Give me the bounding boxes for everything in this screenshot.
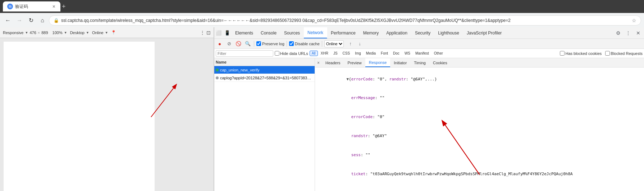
tab-js-profiler[interactable]: JavaScript Profiler xyxy=(463,27,506,38)
json-line-4: randstr: "@6AY" xyxy=(318,126,641,145)
detail-tab-timing[interactable]: Timing xyxy=(410,58,429,67)
toolbar-separator-2 xyxy=(287,41,287,47)
detail-tab-bar: × Headers Preview Response Initiator Tim… xyxy=(315,58,644,67)
has-blocked-checkbox[interactable] xyxy=(560,51,565,56)
request-indicator-1 xyxy=(216,69,219,71)
tab-lighthouse[interactable]: Lighthouse xyxy=(434,27,463,38)
detail-tab-cookies[interactable]: Cookies xyxy=(429,58,451,67)
has-blocked-label[interactable]: Has blocked cookies xyxy=(560,51,602,56)
devtools-icon-inspect[interactable]: ⬜ xyxy=(214,29,223,37)
disable-cache-checkbox-label[interactable]: Disable cache xyxy=(289,41,320,46)
tab-elements[interactable]: Elements xyxy=(232,27,257,38)
tab-memory[interactable]: Memory xyxy=(360,27,383,38)
preserve-log-checkbox[interactable] xyxy=(256,41,261,46)
request-name-2: caplog?appId=20128&27=588&29=&31=5807383… xyxy=(220,76,313,80)
network-main: Name cap_union_new_verify caplog?appId=2… xyxy=(214,58,644,191)
request-item-1[interactable]: cap_union_new_verify xyxy=(214,66,315,74)
location-icon[interactable]: 📍 xyxy=(111,30,116,35)
filter-bar: Hide data URLs All XHR JS CSS Img Media … xyxy=(214,49,644,58)
device-label[interactable]: Desktop xyxy=(70,31,85,35)
devtools-close-icon[interactable]: ✕ xyxy=(634,29,643,37)
devtools-settings-icon[interactable]: ⚙ xyxy=(614,29,622,37)
detail-tab-close[interactable]: × xyxy=(315,58,322,67)
filter-img-button[interactable]: Img xyxy=(353,51,363,56)
lock-icon: 🔒 xyxy=(54,18,59,23)
tab-network[interactable]: Network xyxy=(304,27,327,38)
request-item-2[interactable]: caplog?appId=20128&27=588&29=&31=5807383… xyxy=(214,74,315,82)
json-line-5: sess: "" xyxy=(318,145,641,164)
name-column-header: Name xyxy=(216,60,313,64)
address-bar[interactable]: 🔒 ssl.captcha.qq.com/template/wireless_m… xyxy=(49,15,641,25)
hide-data-urls-label[interactable]: Hide data URLs xyxy=(275,51,308,56)
responsive-chevron[interactable]: ▼ xyxy=(25,31,28,34)
tab-favicon: 验 xyxy=(7,4,13,9)
json-line-6: ticket: "t03aARGuyQek9twqhlh0tIrwbrwPzwH… xyxy=(318,164,641,183)
throttle-select[interactable]: Online xyxy=(324,40,344,47)
webpage-area: Responsive ▼ 476 × 889 100% ▼ Desktop ▼ … xyxy=(0,27,214,191)
toolbar-separator-3 xyxy=(322,41,322,47)
devtools-more-icon[interactable]: ⋮ xyxy=(624,29,632,37)
detail-tab-response[interactable]: Response xyxy=(365,58,390,67)
tab-security[interactable]: Security xyxy=(411,27,434,38)
browser-tab[interactable]: 验 验证码 × xyxy=(3,1,60,11)
tab-close-icon[interactable]: × xyxy=(52,3,56,10)
filter-xhr-button[interactable]: XHR xyxy=(319,51,330,56)
json-line-1: ▼{errorCode: "0", randstr: "@6AY",...} xyxy=(318,70,641,89)
filter-media-button[interactable]: Media xyxy=(364,51,378,56)
filter-other-button[interactable]: Other xyxy=(432,51,445,56)
tab-application[interactable]: Application xyxy=(383,27,411,38)
request-list-header: Name xyxy=(214,58,315,66)
filter-css-button[interactable]: CSS xyxy=(341,51,352,56)
filter-input[interactable] xyxy=(216,50,273,57)
bookmark-icon[interactable]: ☆ xyxy=(632,18,636,23)
export-har-button[interactable]: ↓ xyxy=(356,40,364,48)
blocked-requests-label[interactable]: Blocked Requests xyxy=(605,51,643,56)
zoom-chevron[interactable]: ▼ xyxy=(64,31,67,34)
blocked-requests-checkbox[interactable] xyxy=(605,51,610,56)
filter-manifest-button[interactable]: Manifest xyxy=(413,51,431,56)
more-icon[interactable]: ⋮ xyxy=(200,30,205,36)
back-button[interactable]: ← xyxy=(3,15,13,25)
filter-js-button[interactable]: JS xyxy=(331,51,340,56)
network-chevron[interactable]: ▼ xyxy=(105,31,108,34)
filter-ws-button[interactable]: WS xyxy=(402,51,412,56)
stop-button[interactable]: ⊘ xyxy=(225,40,233,48)
new-tab-button[interactable]: + xyxy=(62,3,66,10)
dock-icon[interactable]: ⊡ xyxy=(206,30,211,36)
detail-tab-preview[interactable]: Preview xyxy=(344,58,365,67)
home-button[interactable]: ⌂ xyxy=(37,15,47,25)
upload-download-area: ↑ ↓ xyxy=(347,40,364,48)
zoom-label[interactable]: 100% xyxy=(52,31,63,35)
device-chevron[interactable]: ▼ xyxy=(86,31,89,34)
filter-font-button[interactable]: Font xyxy=(379,51,390,56)
hide-data-urls-checkbox[interactable] xyxy=(275,51,279,56)
network-label[interactable]: Online xyxy=(92,31,104,35)
tab-sources[interactable]: Sources xyxy=(280,27,304,38)
import-har-button[interactable]: ↑ xyxy=(347,40,355,48)
detail-tab-headers[interactable]: Headers xyxy=(322,58,344,67)
tab-console[interactable]: Console xyxy=(257,27,280,38)
browser-window: 验 验证码 × + ← → ↻ ⌂ 🔒 ssl.captcha.qq.com/t… xyxy=(0,0,644,27)
search-button[interactable]: 🔍 xyxy=(244,40,252,48)
toolbar-separator-1 xyxy=(254,41,254,47)
svg-line-1 xyxy=(151,85,176,117)
preserve-log-checkbox-label[interactable]: Preserve log xyxy=(256,41,284,46)
filter-doc-button[interactable]: Doc xyxy=(391,51,402,56)
network-toolbar: ● ⊘ 🚫 🔍 Preserve log Disable cache Onlin… xyxy=(214,39,644,49)
filter-all-button[interactable]: All xyxy=(310,51,318,56)
nav-bar: ← → ↻ ⌂ 🔒 ssl.captcha.qq.com/template/wi… xyxy=(0,13,644,27)
clear-button[interactable]: 🚫 xyxy=(234,40,242,48)
responsive-label[interactable]: Responsive xyxy=(3,31,23,35)
reload-button[interactable]: ↻ xyxy=(26,15,36,25)
devtools-panel: ⬜ 📱 Elements Console Sources Network Per… xyxy=(214,27,644,191)
devtools-icon-mobile[interactable]: 📱 xyxy=(223,29,232,37)
forward-button[interactable]: → xyxy=(14,15,24,25)
record-button[interactable]: ● xyxy=(216,40,224,48)
disable-cache-checkbox[interactable] xyxy=(289,41,294,46)
main-area: Responsive ▼ 476 × 889 100% ▼ Desktop ▼ … xyxy=(0,27,644,191)
detail-tab-initiator[interactable]: Initiator xyxy=(390,58,410,67)
viewport-x: × xyxy=(38,31,40,35)
tab-performance[interactable]: Performance xyxy=(327,27,360,38)
devtools-tab-bar: ⬜ 📱 Elements Console Sources Network Per… xyxy=(214,27,644,39)
viewport-width: 476 xyxy=(29,31,36,35)
